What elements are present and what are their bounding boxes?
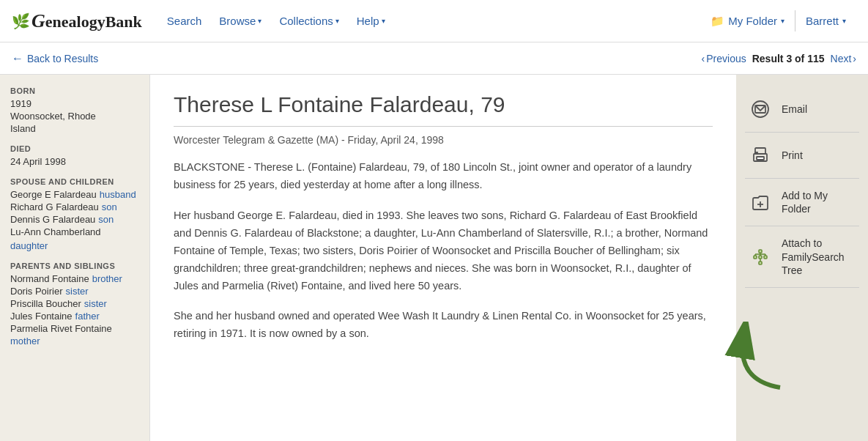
parent-role-4[interactable]: father xyxy=(75,311,100,322)
obit-paragraph-2: Her husband George E. Falardeau, died in… xyxy=(174,207,713,295)
svg-rect-5 xyxy=(755,152,757,154)
next-chevron-icon: › xyxy=(853,53,856,64)
parent-person-1: Normand Fontaine brother xyxy=(10,273,139,284)
spouse-person-4: Lu-Ann Chamberland daughter xyxy=(10,226,139,251)
nav-help[interactable]: Help ▾ xyxy=(349,10,393,32)
svg-rect-4 xyxy=(757,157,764,160)
folder-add-icon xyxy=(748,190,773,215)
familysearch-label: Attach to FamilySearch Tree xyxy=(782,237,856,277)
parent-role-6[interactable]: mother xyxy=(10,336,40,346)
back-arrow-icon: ← xyxy=(12,52,23,65)
arrow-indicator xyxy=(722,322,795,397)
content-area: Therese L Fontaine Falardeau, 79 Worcest… xyxy=(150,75,736,441)
spouse-role-1[interactable]: husband xyxy=(100,189,136,200)
parent-person-3: Priscilla Boucher sister xyxy=(10,298,139,309)
spouse-person-2: Richard G Falardeau son xyxy=(10,201,139,212)
spouse-role-2[interactable]: son xyxy=(102,201,117,212)
spouse-role-3[interactable]: son xyxy=(98,214,114,225)
previous-chevron-icon: ‹ xyxy=(702,53,705,64)
folder-chevron-icon: ▾ xyxy=(781,17,784,25)
result-count: Result 3 of 115 xyxy=(752,53,825,64)
sub-header: ← Back to Results ‹ Previous Result 3 of… xyxy=(0,42,868,75)
parents-siblings-label: PARENTS AND SIBLINGS xyxy=(10,262,139,270)
folder-icon: 📁 xyxy=(711,15,724,28)
obit-paragraph-1: BLACKSTONE - Therese L. (Fontaine) Falar… xyxy=(174,159,713,194)
parent-person-6: mother xyxy=(10,336,139,346)
top-navigation: 🌿 GenealogyBank Search Browse ▾ Collecti… xyxy=(0,0,868,42)
nav-collections[interactable]: Collections ▾ xyxy=(272,10,346,32)
nav-links: Search Browse ▾ Collections ▾ Help ▾ xyxy=(160,10,700,32)
svg-rect-11 xyxy=(764,256,767,259)
add-to-folder-label: Add to My Folder xyxy=(782,189,856,215)
parent-person-2: Doris Poirier sister xyxy=(10,286,139,297)
nav-right: 📁 My Folder ▾ Barrett ▾ xyxy=(700,10,856,32)
died-label: DIED xyxy=(10,144,139,153)
print-label: Print xyxy=(782,149,803,162)
next-button[interactable]: Next › xyxy=(831,53,856,64)
born-location1: Woonsocket, Rhode xyxy=(10,111,139,122)
print-icon xyxy=(748,143,773,168)
parent-person-4: Jules Fontaine father xyxy=(10,311,139,322)
my-folder-button[interactable]: 📁 My Folder ▾ xyxy=(700,10,795,32)
email-icon xyxy=(748,97,773,122)
died-date: 24 April 1998 xyxy=(10,156,139,167)
familysearch-action[interactable]: Attach to FamilySearch Tree xyxy=(745,226,859,288)
spouse-person-3: Dennis G Falardeau son xyxy=(10,214,139,225)
svg-rect-12 xyxy=(759,262,762,264)
svg-rect-9 xyxy=(754,256,757,259)
obit-source: Worcester Telegram & Gazette (MA) - Frid… xyxy=(174,134,713,146)
right-panel: Email Print Add t xyxy=(736,75,868,441)
add-to-folder-action[interactable]: Add to My Folder xyxy=(745,179,859,226)
print-action[interactable]: Print xyxy=(745,133,859,179)
obit-paragraph-3: She and her husband owned and operated W… xyxy=(174,308,713,343)
logo-leaf-icon: 🌿 xyxy=(12,12,30,30)
parent-person-5: Parmelia Rivet Fontaine xyxy=(10,323,139,334)
logo-text: GenealogyBank xyxy=(31,10,142,32)
spouse-person-1: George E Falardeau husband xyxy=(10,189,139,200)
parent-role-2[interactable]: sister xyxy=(66,286,89,297)
previous-button[interactable]: ‹ Previous xyxy=(702,53,746,64)
nav-search[interactable]: Search xyxy=(160,10,209,32)
result-navigation: ‹ Previous Result 3 of 115 Next › xyxy=(702,53,856,64)
svg-rect-8 xyxy=(759,250,762,253)
born-year: 1919 xyxy=(10,98,139,109)
born-label: BORN xyxy=(10,86,139,95)
spouse-children-label: SPOUSE AND CHILDREN xyxy=(10,177,139,186)
email-label: Email xyxy=(782,103,807,116)
spouse-role-4[interactable]: daughter xyxy=(10,240,48,251)
browse-chevron-icon: ▾ xyxy=(258,17,261,25)
user-chevron-icon: ▾ xyxy=(842,17,846,25)
collections-chevron-icon: ▾ xyxy=(335,17,339,25)
tree-icon xyxy=(748,245,773,270)
main-layout: BORN 1919 Woonsocket, Rhode Island DIED … xyxy=(0,75,868,441)
nav-browse[interactable]: Browse ▾ xyxy=(212,10,269,32)
born-location2: Island xyxy=(10,123,139,134)
parent-role-1[interactable]: brother xyxy=(92,273,122,284)
obit-title: Therese L Fontaine Falardeau, 79 xyxy=(174,92,713,127)
back-to-results-link[interactable]: ← Back to Results xyxy=(12,52,98,65)
user-menu-button[interactable]: Barrett ▾ xyxy=(795,10,856,32)
logo[interactable]: 🌿 GenealogyBank xyxy=(12,10,142,32)
help-chevron-icon: ▾ xyxy=(382,17,385,25)
sidebar: BORN 1919 Woonsocket, Rhode Island DIED … xyxy=(0,75,150,441)
svg-rect-10 xyxy=(759,256,762,259)
parent-role-3[interactable]: sister xyxy=(84,298,107,309)
email-action[interactable]: Email xyxy=(745,86,859,133)
